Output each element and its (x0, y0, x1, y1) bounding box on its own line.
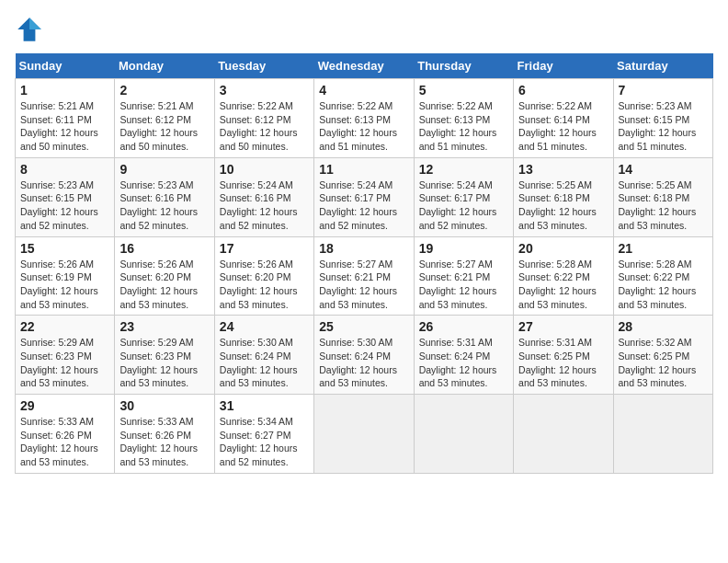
day-number: 21 (619, 241, 708, 256)
day-detail: Sunrise: 5:24 AMSunset: 6:17 PMDaylight:… (419, 179, 497, 231)
day-number: 29 (20, 398, 109, 413)
calendar-cell (613, 395, 712, 474)
calendar-row-1: 8 Sunrise: 5:23 AMSunset: 6:15 PMDayligh… (16, 157, 713, 236)
day-number: 18 (319, 241, 408, 256)
day-number: 8 (20, 162, 109, 177)
day-detail: Sunrise: 5:27 AMSunset: 6:21 PMDaylight:… (419, 259, 497, 310)
day-detail: Sunrise: 5:21 AMSunset: 6:11 PMDaylight:… (20, 100, 98, 152)
calendar-cell: 16 Sunrise: 5:26 AMSunset: 6:20 PMDaylig… (115, 236, 214, 316)
calendar-cell: 13 Sunrise: 5:25 AMSunset: 6:18 PMDaylig… (514, 157, 613, 236)
day-detail: Sunrise: 5:23 AMSunset: 6:16 PMDaylight:… (119, 179, 198, 231)
day-detail: Sunrise: 5:24 AMSunset: 6:17 PMDaylight:… (319, 179, 397, 231)
calendar-cell: 22 Sunrise: 5:29 AMSunset: 6:23 PMDaylig… (16, 316, 115, 395)
day-detail: Sunrise: 5:26 AMSunset: 6:20 PMDaylight:… (220, 259, 298, 310)
col-header-wednesday: Wednesday (314, 53, 414, 79)
day-number: 13 (518, 162, 608, 177)
day-number: 7 (619, 83, 708, 98)
day-number: 16 (119, 241, 209, 256)
day-number: 26 (419, 319, 508, 334)
calendar-row-0: 1 Sunrise: 5:21 AMSunset: 6:11 PMDayligh… (16, 79, 713, 158)
day-number: 11 (319, 162, 408, 177)
calendar-cell: 3 Sunrise: 5:22 AMSunset: 6:12 PMDayligh… (214, 79, 313, 158)
day-number: 1 (20, 83, 109, 98)
svg-marker-1 (29, 17, 41, 29)
calendar-cell: 9 Sunrise: 5:23 AMSunset: 6:16 PMDayligh… (115, 157, 214, 236)
day-detail: Sunrise: 5:33 AMSunset: 6:26 PMDaylight:… (119, 416, 198, 467)
day-number: 14 (619, 162, 708, 177)
day-detail: Sunrise: 5:29 AMSunset: 6:23 PMDaylight:… (20, 337, 98, 388)
col-header-friday: Friday (514, 53, 613, 79)
calendar-cell: 8 Sunrise: 5:23 AMSunset: 6:15 PMDayligh… (16, 157, 115, 236)
day-number: 15 (20, 241, 109, 256)
calendar-cell: 24 Sunrise: 5:30 AMSunset: 6:24 PMDaylig… (214, 316, 313, 395)
day-detail: Sunrise: 5:28 AMSunset: 6:22 PMDaylight:… (518, 259, 597, 310)
col-header-thursday: Thursday (414, 53, 513, 79)
day-detail: Sunrise: 5:26 AMSunset: 6:20 PMDaylight:… (119, 259, 198, 310)
calendar-cell: 11 Sunrise: 5:24 AMSunset: 6:17 PMDaylig… (314, 157, 414, 236)
day-number: 20 (518, 241, 608, 256)
col-header-monday: Monday (115, 53, 214, 79)
calendar-cell: 31 Sunrise: 5:34 AMSunset: 6:27 PMDaylig… (214, 395, 313, 474)
calendar-cell: 12 Sunrise: 5:24 AMSunset: 6:17 PMDaylig… (414, 157, 513, 236)
col-header-saturday: Saturday (613, 53, 712, 79)
day-number: 5 (419, 83, 508, 98)
day-number: 9 (119, 162, 209, 177)
day-detail: Sunrise: 5:34 AMSunset: 6:27 PMDaylight:… (220, 416, 298, 467)
calendar-cell: 28 Sunrise: 5:32 AMSunset: 6:25 PMDaylig… (613, 316, 712, 395)
day-number: 23 (119, 319, 209, 334)
day-number: 17 (220, 241, 309, 256)
day-detail: Sunrise: 5:31 AMSunset: 6:25 PMDaylight:… (518, 337, 597, 388)
calendar-row-3: 22 Sunrise: 5:29 AMSunset: 6:23 PMDaylig… (16, 316, 713, 395)
day-number: 28 (619, 319, 708, 334)
day-number: 24 (220, 319, 309, 334)
calendar-cell (414, 395, 513, 474)
day-detail: Sunrise: 5:25 AMSunset: 6:18 PMDaylight:… (619, 179, 697, 231)
calendar-cell: 7 Sunrise: 5:23 AMSunset: 6:15 PMDayligh… (613, 79, 712, 158)
day-detail: Sunrise: 5:32 AMSunset: 6:25 PMDaylight:… (619, 337, 697, 388)
calendar-cell: 15 Sunrise: 5:26 AMSunset: 6:19 PMDaylig… (16, 236, 115, 316)
day-detail: Sunrise: 5:30 AMSunset: 6:24 PMDaylight:… (220, 337, 298, 388)
day-number: 27 (518, 319, 608, 334)
calendar-cell: 18 Sunrise: 5:27 AMSunset: 6:21 PMDaylig… (314, 236, 414, 316)
calendar-table: SundayMondayTuesdayWednesdayThursdayFrid… (15, 53, 713, 474)
day-detail: Sunrise: 5:30 AMSunset: 6:24 PMDaylight:… (319, 337, 397, 388)
day-detail: Sunrise: 5:22 AMSunset: 6:12 PMDaylight:… (220, 100, 298, 152)
day-detail: Sunrise: 5:23 AMSunset: 6:15 PMDaylight:… (619, 100, 697, 152)
calendar-cell: 30 Sunrise: 5:33 AMSunset: 6:26 PMDaylig… (115, 395, 214, 474)
calendar-cell: 21 Sunrise: 5:28 AMSunset: 6:22 PMDaylig… (613, 236, 712, 316)
day-detail: Sunrise: 5:22 AMSunset: 6:13 PMDaylight:… (319, 100, 397, 152)
calendar-cell: 19 Sunrise: 5:27 AMSunset: 6:21 PMDaylig… (414, 236, 513, 316)
calendar-cell: 26 Sunrise: 5:31 AMSunset: 6:24 PMDaylig… (414, 316, 513, 395)
day-detail: Sunrise: 5:33 AMSunset: 6:26 PMDaylight:… (20, 416, 98, 467)
day-number: 6 (518, 83, 608, 98)
calendar-cell: 2 Sunrise: 5:21 AMSunset: 6:12 PMDayligh… (115, 79, 214, 158)
header-row: SundayMondayTuesdayWednesdayThursdayFrid… (16, 53, 713, 79)
calendar-cell: 29 Sunrise: 5:33 AMSunset: 6:26 PMDaylig… (16, 395, 115, 474)
day-detail: Sunrise: 5:27 AMSunset: 6:21 PMDaylight:… (319, 259, 397, 310)
calendar-cell: 20 Sunrise: 5:28 AMSunset: 6:22 PMDaylig… (514, 236, 613, 316)
day-number: 3 (220, 83, 309, 98)
calendar-cell: 27 Sunrise: 5:31 AMSunset: 6:25 PMDaylig… (514, 316, 613, 395)
day-number: 25 (319, 319, 408, 334)
day-detail: Sunrise: 5:26 AMSunset: 6:19 PMDaylight:… (20, 259, 98, 310)
logo (15, 15, 48, 44)
day-detail: Sunrise: 5:24 AMSunset: 6:16 PMDaylight:… (220, 179, 298, 231)
calendar-cell: 25 Sunrise: 5:30 AMSunset: 6:24 PMDaylig… (314, 316, 414, 395)
calendar-row-2: 15 Sunrise: 5:26 AMSunset: 6:19 PMDaylig… (16, 236, 713, 316)
calendar-cell: 6 Sunrise: 5:22 AMSunset: 6:14 PMDayligh… (514, 79, 613, 158)
day-number: 4 (319, 83, 408, 98)
day-number: 30 (119, 398, 209, 413)
day-detail: Sunrise: 5:23 AMSunset: 6:15 PMDaylight:… (20, 179, 98, 231)
calendar-cell: 23 Sunrise: 5:29 AMSunset: 6:23 PMDaylig… (115, 316, 214, 395)
calendar-cell: 1 Sunrise: 5:21 AMSunset: 6:11 PMDayligh… (16, 79, 115, 158)
day-detail: Sunrise: 5:25 AMSunset: 6:18 PMDaylight:… (518, 179, 597, 231)
calendar-cell (314, 395, 414, 474)
day-detail: Sunrise: 5:21 AMSunset: 6:12 PMDaylight:… (119, 100, 198, 152)
calendar-cell: 14 Sunrise: 5:25 AMSunset: 6:18 PMDaylig… (613, 157, 712, 236)
day-number: 22 (20, 319, 109, 334)
logo-icon (15, 15, 44, 44)
col-header-tuesday: Tuesday (214, 53, 313, 79)
day-number: 19 (419, 241, 508, 256)
col-header-sunday: Sunday (16, 53, 115, 79)
day-detail: Sunrise: 5:28 AMSunset: 6:22 PMDaylight:… (619, 259, 697, 310)
